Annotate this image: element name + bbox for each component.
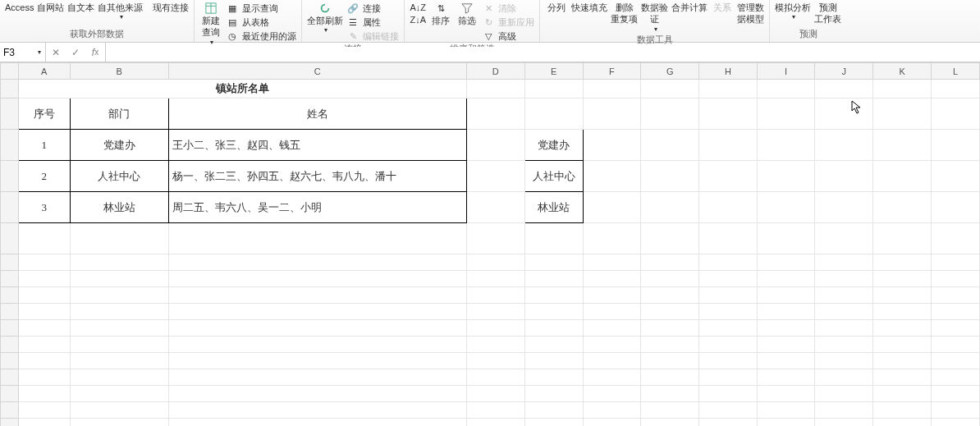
row-header[interactable] [1,223,19,254]
cell[interactable] [757,304,815,320]
cell[interactable] [815,402,873,419]
cell[interactable] [699,320,758,337]
cell[interactable] [466,369,524,386]
chevron-down-icon[interactable]: ▾ [38,48,41,56]
cell[interactable] [583,271,641,287]
col-header-L[interactable]: L [931,63,979,80]
cell[interactable] [466,161,524,192]
cell[interactable] [699,192,758,223]
select-all-corner[interactable] [1,63,19,80]
cell[interactable] [931,320,979,337]
cell[interactable] [583,353,641,369]
cell[interactable] [583,98,641,130]
row-header[interactable] [1,369,19,386]
cell[interactable] [466,337,524,353]
cell[interactable] [931,337,979,353]
btn-properties[interactable]: ☰属性 [346,16,399,29]
filter-value[interactable]: 人社中心 [524,161,583,192]
cell[interactable] [524,419,583,427]
cell[interactable] [583,337,641,353]
cell[interactable] [466,192,524,223]
cell[interactable] [583,130,641,161]
cell[interactable] [583,402,641,419]
cell[interactable] [873,419,932,427]
table-cell-dept[interactable]: 林业站 [70,192,168,223]
cell[interactable] [18,271,70,287]
cell[interactable] [815,271,873,287]
cell[interactable] [466,402,524,419]
cell[interactable] [699,419,758,427]
cell[interactable] [873,192,932,223]
btn-show-queries[interactable]: ▦显示查询 [226,2,296,15]
cell[interactable] [757,419,815,427]
cell[interactable] [815,419,873,427]
btn-sort-desc[interactable]: Z↓A [410,14,426,25]
btn-flash-fill[interactable]: 快速填充 [571,2,607,13]
cell[interactable] [524,271,583,287]
cell[interactable] [931,369,979,386]
cell[interactable] [168,271,466,287]
cell[interactable] [699,353,758,369]
cell[interactable] [873,80,932,98]
cell[interactable] [873,320,932,337]
cell[interactable] [699,402,758,419]
cell[interactable] [583,304,641,320]
cell[interactable] [757,254,815,271]
btn-other-sources[interactable]: 自其他来源▾ [98,2,143,22]
cell[interactable] [70,369,168,386]
cell[interactable] [70,304,168,320]
cell[interactable] [18,223,70,254]
cell[interactable] [757,80,815,98]
col-header-F[interactable]: F [583,63,641,80]
cell[interactable] [18,320,70,337]
cell[interactable] [641,402,699,419]
row-header[interactable] [1,98,19,130]
cell[interactable] [815,320,873,337]
cell[interactable] [168,386,466,402]
cell[interactable] [641,130,699,161]
cell[interactable] [699,271,758,287]
cancel-icon[interactable]: ✕ [46,43,66,62]
row-header[interactable] [1,304,19,320]
cell[interactable] [466,287,524,304]
cell[interactable] [168,320,466,337]
cell[interactable] [931,419,979,427]
cell[interactable] [931,130,979,161]
cell[interactable] [699,337,758,353]
col-header-I[interactable]: I [757,63,815,80]
cell[interactable] [168,254,466,271]
cell[interactable] [466,419,524,427]
title-cell[interactable]: 镇站所名单 [18,80,466,98]
table-header-seq[interactable]: 序号 [18,98,70,130]
row-header[interactable] [1,386,19,402]
col-header-C[interactable]: C [168,63,466,80]
worksheet-grid[interactable]: ABCDEFGHIJKL镇站所名单序号部门姓名1党建办王小二、张三、赵四、钱五党… [0,62,980,426]
name-box-input[interactable] [3,47,36,58]
formula-input[interactable] [111,47,975,58]
cell[interactable] [815,337,873,353]
cell[interactable] [641,353,699,369]
btn-connections[interactable]: 🔗连接 [346,2,399,15]
col-header-A[interactable]: A [18,63,70,80]
cell[interactable] [699,161,758,192]
col-header-K[interactable]: K [873,63,932,80]
cell[interactable] [699,287,758,304]
col-header-H[interactable]: H [699,63,758,80]
cell[interactable] [815,130,873,161]
row-header[interactable] [1,320,19,337]
cell[interactable] [931,161,979,192]
cell[interactable] [641,419,699,427]
cell[interactable] [70,386,168,402]
table-header-names[interactable]: 姓名 [168,98,466,130]
cell[interactable] [70,353,168,369]
cell[interactable] [873,386,932,402]
cell[interactable] [641,254,699,271]
row-header[interactable] [1,161,19,192]
table-cell-names[interactable]: 杨一、张二三、孙四五、赵六七、韦八九、潘十 [168,161,466,192]
cell[interactable] [873,254,932,271]
enter-icon[interactable]: ✓ [66,43,85,62]
cell[interactable] [583,192,641,223]
cell[interactable] [168,353,466,369]
cell[interactable] [18,369,70,386]
cell[interactable] [931,192,979,223]
